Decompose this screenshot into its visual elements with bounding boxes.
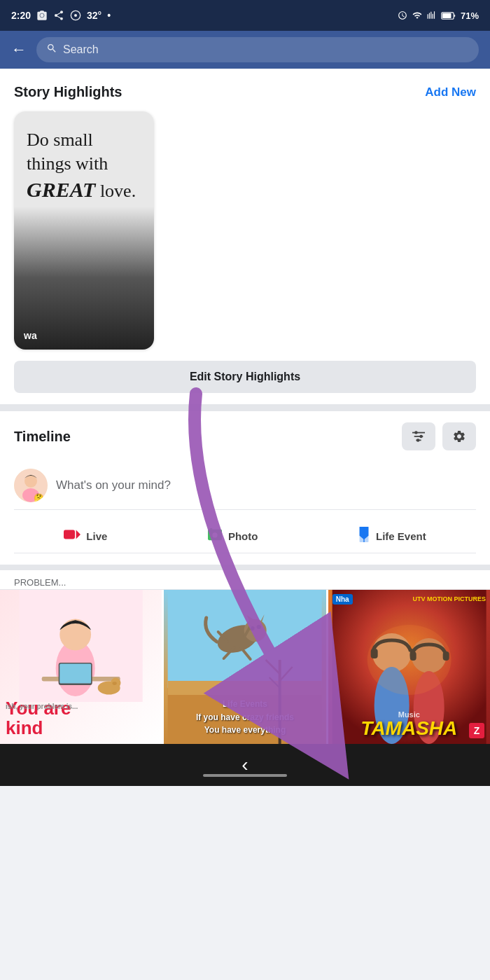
gear-icon [452, 429, 466, 443]
cell-2-caption-line2: You have everything [204, 725, 286, 735]
status-time: 2:20 [11, 10, 31, 21]
live-icon [64, 528, 80, 544]
svg-point-18 [212, 532, 217, 537]
svg-point-8 [414, 431, 418, 434]
svg-point-44 [257, 625, 261, 629]
highlights-title: Story Highlights [14, 84, 122, 100]
location-icon [70, 10, 81, 21]
svg-point-10 [416, 439, 420, 442]
status-right: 71% [398, 11, 479, 21]
utv-label: UTV MOTION PICTURES [412, 595, 486, 602]
back-button[interactable]: ← [11, 41, 27, 59]
story-card[interactable]: Do small things with GREAT love. wa [14, 111, 154, 350]
avatar-illustration: 🤔 [14, 469, 48, 502]
back-chevron[interactable]: ‹ [241, 754, 248, 776]
media-cell-3[interactable]: Nha UTV MOTION PICTURES Z Music TAMASHA [328, 590, 490, 744]
camera-icon [36, 10, 48, 21]
cell-2-caption-line1: If you have crazy friends [196, 712, 294, 722]
settings-button[interactable] [442, 422, 476, 450]
add-new-button[interactable]: Add New [425, 85, 476, 99]
svg-text:🤔: 🤔 [34, 492, 44, 502]
search-bar: ← Search [0, 31, 490, 70]
posts-label: PROBLEM... [0, 570, 490, 590]
battery-icon [441, 11, 456, 20]
cell-1-small-text: ish, your problem is... [6, 703, 156, 710]
media-grid-container: ish, your problem is... You are kind [0, 590, 490, 744]
content-divider [0, 565, 490, 570]
person-illustration [0, 590, 162, 702]
story-username: wa [24, 330, 37, 341]
life-event-button[interactable]: Life Event [351, 523, 433, 550]
svg-rect-19 [210, 528, 213, 530]
svg-point-58 [367, 625, 451, 695]
cell-1-inner: ish, your problem is... You are kind [0, 590, 162, 744]
status-left: 2:20 32° • [11, 10, 111, 21]
cell-3-utv: UTV MOTION PICTURES [412, 594, 486, 602]
svg-rect-15 [64, 530, 75, 539]
live-button[interactable]: Live [57, 524, 114, 548]
post-prompt[interactable]: 🤔 What's on your mind? [14, 462, 476, 510]
nav-bar: ‹ [0, 744, 490, 786]
photo-button[interactable]: Photo [200, 523, 265, 549]
quote-love: love. [100, 181, 136, 201]
timeline-title: Timeline [14, 429, 71, 445]
highlights-section: Story Highlights Add New Do small things… [0, 70, 490, 404]
cell-3-badge: Nha [332, 594, 353, 605]
battery-percent: 71% [461, 11, 479, 21]
story-quote-text: Do small things with GREAT love. [27, 128, 141, 203]
status-dot: • [107, 10, 111, 21]
movie-title-area: Music TAMASHA [328, 710, 490, 738]
section-divider [0, 404, 490, 411]
movie-title: TAMASHA [328, 719, 490, 738]
cell-2-caption: Life Events If you have crazy friends Yo… [164, 698, 326, 736]
life-event-label: Life Event [376, 530, 426, 542]
cell-1-sub-text: ish, your problem is... [6, 703, 156, 710]
prompt-text: What's on your mind? [56, 478, 476, 492]
status-temp: 32° [87, 10, 102, 21]
story-card-inner: Do small things with GREAT love. wa [14, 111, 154, 350]
search-container[interactable]: Search [36, 37, 479, 62]
highlights-header: Story Highlights Add New [14, 84, 476, 100]
cell-2-overlay-label: Life Events [164, 698, 326, 710]
cell-1-red-line2: kind [6, 717, 43, 738]
user-avatar: 🤔 [14, 469, 48, 502]
svg-point-25 [59, 619, 91, 651]
edit-story-highlights-button[interactable]: Edit Story Highlights [14, 361, 476, 393]
posts-label-text: PROBLEM... [14, 577, 66, 588]
svg-rect-34 [168, 681, 322, 695]
media-cell-2[interactable]: Life Events If you have crazy friends Yo… [164, 590, 326, 744]
status-bar: 2:20 32° • 71% [0, 0, 490, 31]
quote-line1: Do small [27, 130, 93, 150]
timeline-header: Timeline [14, 422, 476, 450]
wifi-icon [412, 11, 423, 20]
story-text-overlay: Do small things with GREAT love. [14, 111, 154, 203]
timeline-actions [402, 422, 476, 450]
filter-button[interactable] [402, 422, 435, 450]
search-icon [46, 43, 57, 57]
quote-line2: things with [27, 153, 108, 174]
quote-great: GREAT [27, 178, 95, 201]
svg-marker-16 [76, 530, 80, 539]
svg-point-0 [40, 13, 43, 17]
timeline-section: Timeline [0, 411, 490, 565]
share-icon [53, 10, 64, 21]
svg-rect-28 [59, 664, 91, 684]
photo-icon [207, 527, 223, 545]
alarm-icon [398, 11, 407, 20]
nav-bar-inner: ‹ [0, 753, 490, 777]
life-event-icon [358, 527, 370, 546]
search-placeholder: Search [63, 43, 99, 56]
media-grid: ish, your problem is... You are kind [0, 590, 490, 744]
svg-point-2 [74, 14, 77, 17]
filter-icon [411, 430, 426, 443]
media-cell-1[interactable]: ish, your problem is... You are kind [0, 590, 162, 744]
svg-point-9 [419, 435, 423, 439]
signal-icon [427, 11, 437, 20]
svg-point-31 [112, 682, 116, 685]
post-actions: Live Photo Life Event [14, 518, 476, 553]
svg-rect-4 [442, 13, 451, 18]
live-label: Live [86, 530, 107, 542]
photo-label: Photo [228, 530, 258, 542]
